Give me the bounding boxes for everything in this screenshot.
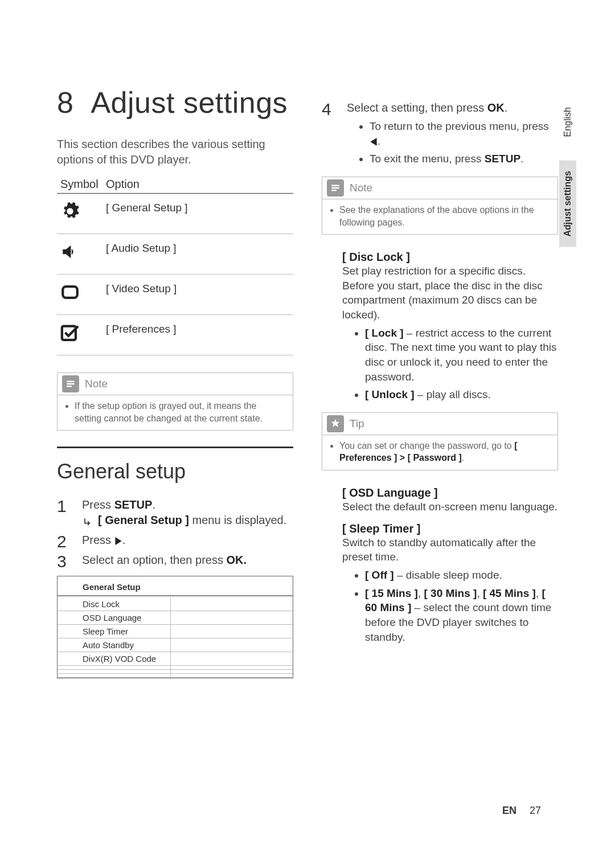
note-text: See the explanations of the above option… [339, 204, 550, 228]
option-bullet: [ 15 Mins ], [ 30 Mins ], [ 45 Mins ], [… [365, 586, 558, 645]
right-column: Select a setting, then press OK. To retu… [322, 85, 558, 678]
gear-icon [60, 202, 80, 221]
tip-text: You can set or change the password, go t… [339, 440, 550, 464]
steps-right: Select a setting, then press OK. To retu… [322, 100, 558, 166]
osd-language-block: [ OSD Language ] Select the default on-s… [322, 486, 558, 514]
svg-rect-0 [63, 286, 77, 298]
menu-item: Disc Lock [58, 597, 170, 611]
tip-box: Tip You can set or change the password, … [322, 412, 558, 470]
general-setup-menu: General Setup Disc Lock OSD Language Sle… [57, 576, 293, 678]
cell-icon [57, 315, 102, 355]
step-4: Select a setting, then press OK. To retu… [322, 100, 558, 166]
section-rule [57, 447, 293, 448]
sidetab-section: Adjust settings [559, 161, 576, 247]
footer-lang: EN [502, 805, 516, 816]
chapter-number: 8 [57, 85, 73, 120]
step-1: Press SETUP. [ General Setup ] menu is d… [57, 497, 293, 528]
footer-page: 27 [530, 805, 541, 816]
menu-item: OSD Language [58, 611, 170, 625]
speaker-icon [60, 242, 80, 261]
menu-item: Auto Standby [58, 638, 170, 652]
option-desc: Select the default on-screen menu langua… [342, 499, 558, 514]
tip-icon [327, 415, 344, 432]
step-2: Press . [57, 533, 293, 548]
disc-lock-block: [ Disc Lock ] Set play restriction for a… [322, 251, 558, 402]
th-option: Option [102, 175, 293, 194]
option-desc: Switch to standby automatically after th… [342, 535, 558, 564]
cell-label: [ Audio Setup ] [102, 234, 293, 275]
note-icon [62, 375, 79, 392]
check-icon [60, 323, 80, 342]
step-4-bullet: To exit the menu, press SETUP. [370, 152, 558, 166]
option-desc: Set play restriction for a specific disc… [342, 264, 558, 322]
section-heading: General setup [57, 460, 293, 484]
option-bullet: [ Lock ] – restrict access to the curren… [365, 326, 558, 384]
sleep-timer-block: [ Sleep Timer ] Switch to standby automa… [322, 522, 558, 644]
step-3: Select an option, then press OK. [57, 552, 293, 568]
menu-title: General Setup [58, 576, 293, 595]
svg-rect-1 [62, 326, 76, 340]
cell-label: [ Video Setup ] [102, 275, 293, 315]
option-bullet: [ Unlock ] – play all discs. [365, 387, 558, 402]
menu-item: DivX(R) VOD Code [58, 652, 170, 666]
cell-icon [57, 194, 102, 234]
cell-label: [ Preferences ] [102, 315, 293, 355]
screen-icon [60, 282, 80, 302]
cell-icon [57, 234, 102, 275]
result-arrow-icon [82, 514, 93, 529]
page-footer: EN 27 [502, 805, 541, 817]
menu-item [58, 674, 170, 678]
side-tabs: English Adjust settings [559, 97, 576, 247]
sidetab-language: English [559, 97, 576, 147]
chapter-title: Adjust settings [91, 86, 288, 119]
menu-item [58, 670, 170, 674]
left-column: 8Adjust settings This section describes … [57, 85, 293, 678]
note-box: Note If the setup option is grayed out, … [57, 372, 293, 431]
note-title: Note [85, 378, 108, 390]
note-title: Note [350, 182, 372, 194]
right-triangle-icon [114, 534, 122, 546]
cell-icon [57, 275, 102, 315]
menu-item: Sleep Timer [58, 625, 170, 638]
intro-text: This section describes the various setti… [57, 137, 293, 167]
left-triangle-icon [370, 135, 378, 147]
steps-left: Press SETUP. [ General Setup ] menu is d… [57, 497, 293, 568]
step-4-bullet: To return to the previous menu, press . [370, 119, 558, 148]
menu-item [58, 666, 170, 670]
tip-title: Tip [350, 417, 364, 430]
option-title: [ Sleep Timer ] [342, 522, 558, 535]
option-title: [ Disc Lock ] [342, 251, 558, 264]
note-icon [327, 179, 344, 196]
chapter-heading: 8Adjust settings [57, 85, 293, 120]
note-text: If the setup option is grayed out, it me… [75, 400, 285, 424]
cell-label: [ General Setup ] [102, 194, 293, 234]
option-title: [ OSD Language ] [342, 486, 558, 499]
option-bullet: [ Off ] – disable sleep mode. [365, 568, 558, 583]
th-symbol: Symbol [57, 175, 102, 194]
note-box: Note See the explanations of the above o… [322, 177, 558, 235]
symbol-option-table: Symbol Option [ General Setup ] [57, 175, 293, 355]
